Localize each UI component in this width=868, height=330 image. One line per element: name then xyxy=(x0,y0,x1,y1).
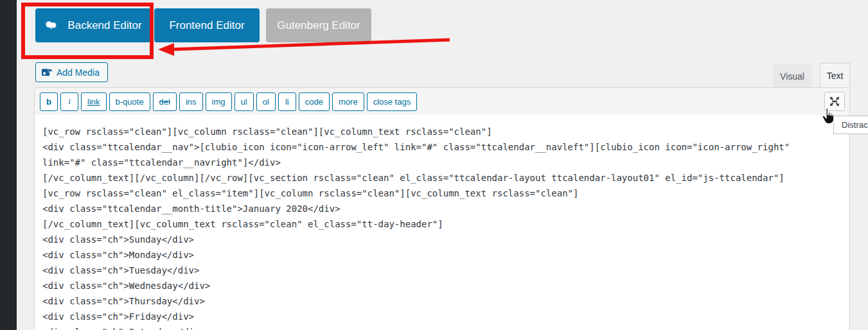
distraction-free-tooltip: Distrac xyxy=(833,116,868,134)
text-editor-area[interactable]: [vc_row rsclass="clean"][vc_column rscla… xyxy=(35,115,849,330)
distraction-free-button[interactable] xyxy=(824,92,845,111)
gutenberg-editor-label: Gutenberg Editor xyxy=(277,19,360,32)
quicktag-ul-button[interactable]: ul xyxy=(235,92,254,111)
quicktag-link-button[interactable]: link xyxy=(81,92,107,111)
frontend-editor-label: Frontend Editor xyxy=(169,19,244,32)
tab-text-label: Text xyxy=(827,71,844,81)
add-media-icon xyxy=(41,67,53,78)
admin-menu-edge xyxy=(0,0,17,330)
tab-visual-label: Visual xyxy=(780,71,804,82)
tooltip-text: Distrac xyxy=(842,120,867,130)
add-media-button[interactable]: Add Media xyxy=(35,62,108,82)
frontend-editor-button[interactable]: Frontend Editor xyxy=(154,8,260,42)
backend-editor-label: Backend Editor xyxy=(67,19,141,32)
quicktag-close-tags-button[interactable]: close tags xyxy=(367,92,418,111)
quicktag-ins-button[interactable]: ins xyxy=(179,92,203,111)
quicktags-toolbar: b i link b-quote del ins img ul ol li co… xyxy=(35,88,849,115)
add-media-label: Add Media xyxy=(57,67,100,78)
gutenberg-editor-button[interactable]: Gutenberg Editor xyxy=(266,8,371,42)
quicktag-img-button[interactable]: img xyxy=(206,92,232,111)
quicktag-blockquote-button[interactable]: b-quote xyxy=(109,92,150,111)
editor-container: b i link b-quote del ins img ul ol li co… xyxy=(34,87,850,330)
quicktag-li-button[interactable]: li xyxy=(278,92,296,111)
quicktag-code-button[interactable]: code xyxy=(299,92,330,111)
quicktag-bold-button[interactable]: b xyxy=(40,92,58,111)
editor-code-content: [vc_row rsclass="clean"][vc_column rscla… xyxy=(35,115,849,330)
backend-editor-button[interactable]: Backend Editor xyxy=(35,8,151,42)
quicktag-more-button[interactable]: more xyxy=(332,92,364,111)
quicktag-ol-button[interactable]: ol xyxy=(256,92,276,111)
quicktag-del-button[interactable]: del xyxy=(153,92,177,111)
wpbakery-icon xyxy=(44,19,58,32)
editor-expand-icon xyxy=(828,95,841,108)
tab-text[interactable]: Text xyxy=(820,63,850,88)
tab-visual[interactable]: Visual xyxy=(773,64,811,87)
quicktag-italic-button[interactable]: i xyxy=(60,92,78,111)
